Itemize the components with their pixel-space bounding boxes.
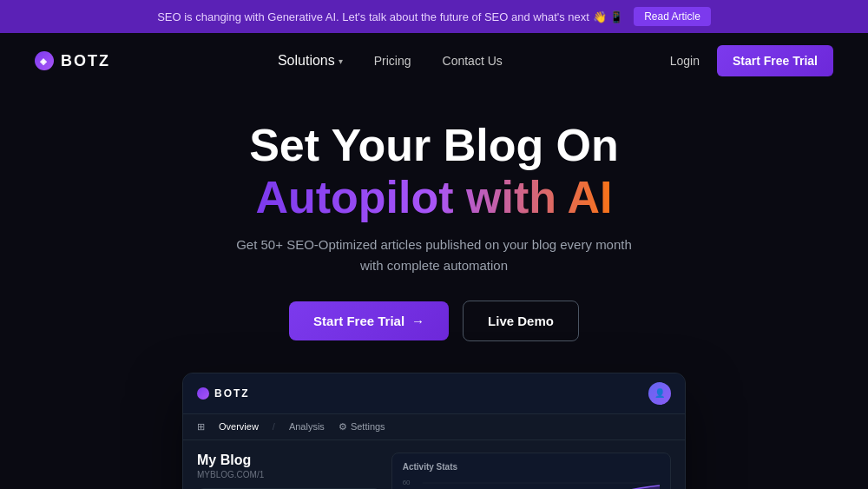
dashboard-logo-icon [197,387,209,400]
nav-solutions[interactable]: Solutions ▾ [278,53,343,69]
hero-headline-line2: Autopilot with AI [255,172,612,222]
logo-text: BOTZ [61,52,110,70]
hero-subtitle-line2: with complete automation [360,258,508,273]
chart-y-labels: 60 40 20 0 [403,479,411,489]
logo: ◈ BOTZ [35,51,110,70]
hero-headline-line1: Set Your Blog On [249,120,619,170]
hero-buttons: Start Free Trial → Live Demo [17,301,851,341]
dashboard-logo-text: BOTZ [214,387,250,400]
dashboard-nav-icon: ⊞ [197,421,205,433]
blog-title: My Blog [197,453,381,468]
main-nav: ◈ BOTZ Solutions ▾ Pricing Contact Us Lo… [0,33,868,89]
start-trial-hero-button[interactable]: Start Free Trial → [289,301,449,340]
dashboard-nav-settings[interactable]: ⚙ Settings [339,421,385,433]
logo-icon: ◈ [35,51,54,70]
announcement-text: SEO is changing with Generative AI. Let'… [157,10,623,23]
hero-headline: Set Your Blog On Autopilot with AI [17,120,851,224]
blog-url: MYBLOG.COM/1 [197,470,381,479]
hero-subtitle: Get 50+ SEO-Optimized articles published… [17,235,851,276]
nav-links: Solutions ▾ Pricing Contact Us [278,53,503,69]
live-demo-button[interactable]: Live Demo [463,301,579,341]
arrow-right-icon: → [411,314,424,328]
dashboard-main: My Blog MYBLOG.COM/1 Hey Saurabh Here's … [197,453,381,489]
nav-pricing[interactable]: Pricing [374,53,411,69]
nav-contact[interactable]: Contact Us [443,53,503,69]
nav-actions: Login Start Free Trial [670,45,833,76]
chevron-down-icon: ▾ [339,56,343,66]
activity-chart [403,479,660,489]
chart-area: 60 40 20 0 [403,479,660,489]
read-article-button[interactable]: Read Article [634,7,711,26]
announcement-bar: SEO is changing with Generative AI. Let'… [0,0,868,33]
dashboard-preview: BOTZ 👤 ⊞ Overview / Analysis ⚙ Settings … [182,373,686,489]
dashboard-topbar: BOTZ 👤 [183,373,685,414]
dashboard-nav: ⊞ Overview / Analysis ⚙ Settings [183,414,685,440]
start-trial-nav-button[interactable]: Start Free Trial [717,45,833,76]
gear-icon: ⚙ [339,421,347,433]
hero-section: Set Your Blog On Autopilot with AI Get 5… [0,89,868,359]
activity-card: Activity Stats 60 40 20 0 [391,453,671,489]
dashboard-nav-analysis[interactable]: Analysis [289,421,325,432]
dashboard-content: My Blog MYBLOG.COM/1 Hey Saurabh Here's … [183,440,685,489]
hero-subtitle-line1: Get 50+ SEO-Optimized articles published… [236,237,632,252]
login-link[interactable]: Login [670,54,700,68]
dashboard-nav-overview[interactable]: Overview [219,421,259,432]
dashboard-logo: BOTZ [197,387,250,400]
activity-title: Activity Stats [403,462,660,472]
user-avatar: 👤 [648,382,671,405]
solutions-label: Solutions [278,53,335,69]
